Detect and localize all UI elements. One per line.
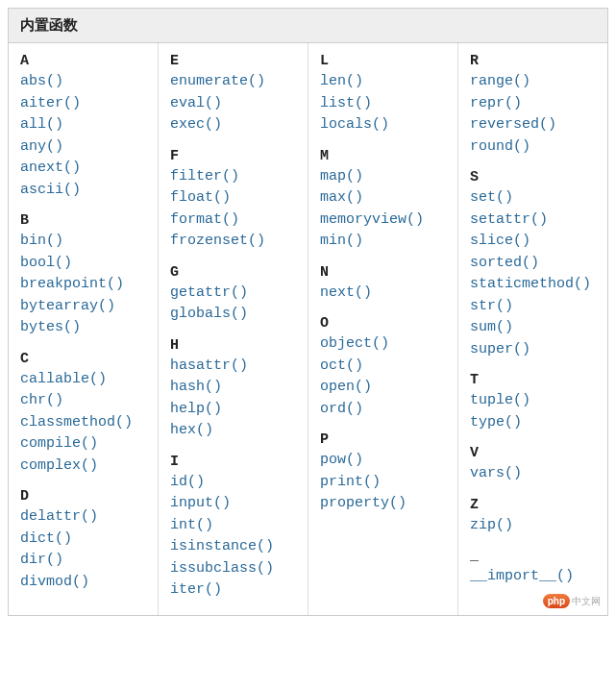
group-L: Llen()list()locals() — [320, 53, 446, 136]
function-link[interactable]: help() — [170, 399, 296, 421]
letter-heading: R — [470, 53, 596, 69]
function-link[interactable]: staticmethod() — [470, 274, 596, 296]
function-link[interactable]: id() — [170, 472, 296, 494]
function-link[interactable]: aiter() — [20, 93, 146, 115]
function-link[interactable]: eval() — [170, 93, 296, 115]
group-F: Ffilter()float()format()frozenset() — [170, 148, 296, 253]
group-T: Ttuple()type() — [470, 372, 596, 433]
function-link[interactable]: map() — [320, 166, 446, 188]
function-link[interactable]: repr() — [470, 93, 596, 115]
function-link[interactable]: type() — [470, 412, 596, 434]
function-link[interactable]: object() — [320, 333, 446, 356]
function-link[interactable]: format() — [170, 209, 296, 232]
function-link[interactable]: iter() — [170, 579, 296, 602]
function-link[interactable]: tuple() — [470, 390, 596, 412]
group-D: Ddelattr()dict()dir()divmod() — [20, 488, 146, 593]
letter-heading: N — [320, 264, 446, 281]
table-body: Aabs()aiter()all()any()anext()ascii()Bbi… — [9, 43, 607, 615]
function-link[interactable]: oct() — [320, 356, 446, 378]
function-link[interactable]: locals() — [320, 114, 446, 136]
group-E: Eenumerate()eval()exec() — [170, 53, 296, 136]
function-link[interactable]: issubclass() — [170, 558, 296, 580]
function-link[interactable]: str() — [470, 296, 596, 318]
column-0: Aabs()aiter()all()any()anext()ascii()Bbi… — [9, 43, 159, 615]
function-link[interactable]: isinstance() — [170, 536, 296, 558]
letter-heading: S — [470, 169, 596, 185]
letter-heading: O — [320, 315, 446, 332]
function-link[interactable]: min() — [320, 231, 446, 253]
function-link[interactable]: pow() — [320, 450, 446, 472]
function-link[interactable]: next() — [320, 283, 446, 305]
function-link[interactable]: bin() — [20, 231, 146, 253]
function-link[interactable]: int() — [170, 515, 296, 537]
function-link[interactable]: float() — [170, 187, 296, 209]
function-link[interactable]: chr() — [20, 390, 146, 412]
builtin-functions-table: 内置函数 Aabs()aiter()all()any()anext()ascii… — [8, 8, 608, 616]
function-link[interactable]: list() — [320, 93, 446, 115]
function-link[interactable]: frozenset() — [170, 231, 296, 253]
group-S: Sset()setattr()slice()sorted()staticmeth… — [470, 169, 596, 360]
function-link[interactable]: callable() — [20, 369, 146, 391]
function-link[interactable]: exec() — [170, 114, 296, 136]
function-link[interactable]: anext() — [20, 158, 146, 180]
watermark-text: 中文网 — [572, 596, 601, 606]
function-link[interactable]: enumerate() — [170, 71, 296, 93]
function-link[interactable]: any() — [20, 136, 146, 159]
letter-heading: H — [170, 337, 296, 354]
function-link[interactable]: getattr() — [170, 283, 296, 305]
group-N: Nnext() — [320, 264, 446, 305]
letter-heading: B — [20, 212, 146, 229]
function-link[interactable]: filter() — [170, 166, 296, 188]
letter-heading: C — [20, 351, 146, 367]
function-link[interactable]: zip() — [470, 515, 596, 537]
watermark: php中文网 — [543, 591, 601, 608]
function-link[interactable]: slice() — [470, 231, 596, 253]
function-link[interactable]: len() — [320, 71, 446, 93]
function-link[interactable]: vars() — [470, 463, 596, 485]
function-link[interactable]: compile() — [20, 433, 146, 455]
function-link[interactable]: delattr() — [20, 506, 146, 529]
letter-heading: Z — [470, 497, 596, 513]
function-link[interactable]: open() — [320, 377, 446, 399]
function-link[interactable]: reversed() — [470, 114, 596, 136]
function-link[interactable]: complex() — [20, 455, 146, 478]
column-1: Eenumerate()eval()exec()Ffilter()float()… — [159, 43, 308, 615]
function-link[interactable]: bytearray() — [20, 296, 146, 318]
function-link[interactable]: dir() — [20, 550, 146, 572]
function-link[interactable]: divmod() — [20, 572, 146, 594]
letter-heading: _ — [470, 548, 596, 564]
letter-heading: P — [320, 431, 446, 448]
function-link[interactable]: super() — [470, 339, 596, 361]
function-link[interactable]: sum() — [470, 317, 596, 339]
function-link[interactable]: ascii() — [20, 180, 146, 202]
function-link[interactable]: max() — [320, 187, 446, 209]
function-link[interactable]: property() — [320, 493, 446, 515]
function-link[interactable]: hasattr() — [170, 356, 296, 378]
function-link[interactable]: setattr() — [470, 209, 596, 232]
function-link[interactable]: ord() — [320, 399, 446, 421]
function-link[interactable]: range() — [470, 71, 596, 93]
function-link[interactable]: set() — [470, 187, 596, 209]
function-link[interactable]: bool() — [20, 253, 146, 275]
function-link[interactable]: sorted() — [470, 253, 596, 275]
function-link[interactable]: abs() — [20, 71, 146, 93]
function-link[interactable]: hash() — [170, 377, 296, 399]
function-link[interactable]: breakpoint() — [20, 274, 146, 296]
function-link[interactable]: memoryview() — [320, 209, 446, 232]
function-link[interactable]: round() — [470, 136, 596, 159]
watermark-badge: php — [543, 594, 570, 608]
function-link[interactable]: input() — [170, 493, 296, 515]
function-link[interactable]: hex() — [170, 420, 296, 442]
function-link[interactable]: bytes() — [20, 317, 146, 339]
function-link[interactable]: __import__() — [470, 566, 596, 588]
function-link[interactable]: all() — [20, 114, 146, 136]
function-link[interactable]: globals() — [170, 304, 296, 326]
function-link[interactable]: classmethod() — [20, 412, 146, 434]
letter-heading: D — [20, 488, 146, 504]
group-M: Mmap()max()memoryview()min() — [320, 148, 446, 253]
group-C: Ccallable()chr()classmethod()compile()co… — [20, 351, 146, 478]
letter-heading: T — [470, 372, 596, 388]
letter-heading: M — [320, 148, 446, 164]
function-link[interactable]: print() — [320, 472, 446, 494]
function-link[interactable]: dict() — [20, 529, 146, 551]
